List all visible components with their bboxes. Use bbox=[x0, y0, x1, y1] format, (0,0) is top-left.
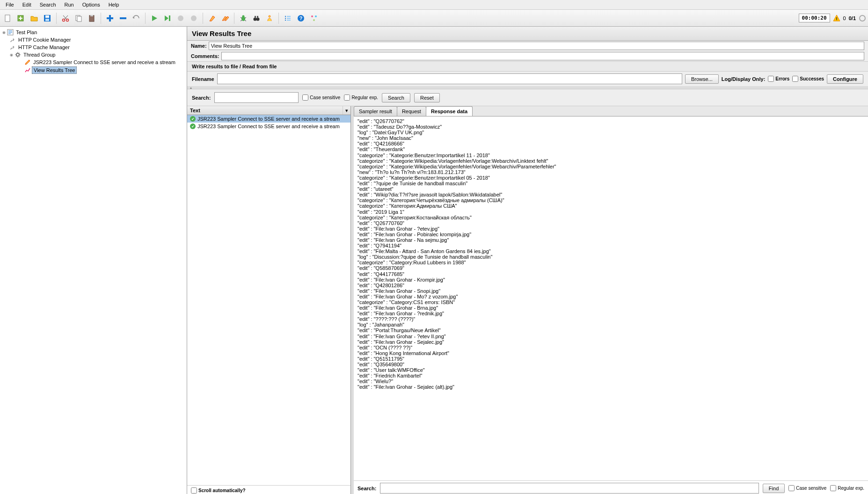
menu-search[interactable]: Search bbox=[36, 1, 60, 8]
case-sensitive-checkbox[interactable]: Case sensitive bbox=[302, 94, 340, 101]
function-icon[interactable] bbox=[263, 12, 276, 24]
reset-button[interactable]: Reset bbox=[414, 93, 440, 102]
tree-item[interactable]: JSR223 Sampler Connect to SSE server and… bbox=[32, 59, 177, 65]
response-body[interactable]: "edit" : "Q26770762""edit" : "Tadeusz Do… bbox=[354, 116, 868, 480]
section-title: Write results to file / Read from file bbox=[187, 61, 868, 72]
svg-point-33 bbox=[315, 15, 317, 17]
svg-rect-21 bbox=[255, 16, 256, 18]
svg-point-32 bbox=[311, 15, 313, 17]
response-line: "categorize" : "Kategorie:Wikipedia:Vorl… bbox=[357, 164, 864, 169]
response-line: "edit" : "utareet" bbox=[357, 186, 864, 192]
scroll-auto-checkbox[interactable]: Scroll automatically? bbox=[191, 487, 347, 494]
response-line: "edit" : "File:Ivan Grohar - Snopi.jpg" bbox=[357, 288, 864, 294]
copy-icon[interactable] bbox=[73, 12, 85, 24]
svg-point-5 bbox=[63, 19, 65, 21]
gear-icon bbox=[15, 51, 21, 58]
response-line: "new" : "John MacIsaac" bbox=[357, 135, 864, 141]
results-list-panel: Text ▾ ✔ JSR223 Sampler Connect to SSE s… bbox=[187, 106, 351, 494]
search-input[interactable] bbox=[214, 92, 299, 103]
clear-icon[interactable] bbox=[206, 12, 218, 24]
response-line: "new" : "Th?o lu?n Th?nh vi?n:183.81.212… bbox=[357, 169, 864, 175]
successes-checkbox[interactable]: Successes bbox=[792, 76, 824, 82]
tree-item[interactable]: HTTP Cache Manager bbox=[17, 44, 71, 51]
toggle-icon[interactable]: ◉ bbox=[2, 30, 6, 35]
new-icon[interactable] bbox=[2, 12, 14, 24]
result-item[interactable]: ✔ JSR223 Sampler Connect to SSE server a… bbox=[187, 115, 350, 123]
tab-request[interactable]: Request bbox=[397, 106, 426, 116]
response-line: "edit" : "Portal:Thurgau/Neue Artikel" bbox=[357, 327, 864, 333]
tree-root[interactable]: Test Plan bbox=[15, 29, 38, 36]
tree-item-selected[interactable]: View Results Tree bbox=[32, 66, 77, 74]
help-icon[interactable]: ? bbox=[295, 12, 307, 24]
svg-rect-12 bbox=[107, 17, 113, 19]
response-line: "log" : "Jahanpanah" bbox=[357, 322, 864, 327]
response-line: "edit" : "Tadeusz Do??ga-Mostowicz" bbox=[357, 124, 864, 130]
binoculars-icon[interactable] bbox=[250, 12, 263, 24]
browse-button[interactable]: Browse... bbox=[685, 74, 719, 84]
templates-icon[interactable] bbox=[15, 12, 27, 24]
menu-file[interactable]: File bbox=[2, 1, 18, 8]
stop-icon[interactable] bbox=[175, 12, 187, 24]
menu-run[interactable]: Run bbox=[61, 1, 78, 8]
response-line: "edit" : "Q44177685" bbox=[357, 271, 864, 277]
collapse-icon[interactable] bbox=[117, 12, 129, 24]
tree-item[interactable]: HTTP Cookie Manager bbox=[17, 36, 72, 43]
results-header[interactable]: Text bbox=[187, 106, 343, 115]
name-input[interactable] bbox=[209, 42, 864, 50]
tree-item[interactable]: Thread Group bbox=[22, 51, 57, 58]
bug-icon[interactable] bbox=[237, 12, 249, 24]
warning-icon[interactable]: ! bbox=[833, 15, 840, 22]
results-list[interactable]: ✔ JSR223 Sampler Connect to SSE server a… bbox=[187, 115, 350, 485]
svg-point-18 bbox=[242, 15, 245, 17]
toggle-icon[interactable] bbox=[130, 12, 142, 24]
tab-sampler-result[interactable]: Sampler result bbox=[354, 106, 397, 116]
shutdown-icon[interactable] bbox=[188, 12, 200, 24]
menu-edit[interactable]: Edit bbox=[19, 1, 35, 8]
svg-rect-0 bbox=[5, 15, 10, 22]
save-icon[interactable] bbox=[41, 12, 53, 24]
response-line: "edit" : "File:Ivan Grohar - Krompir.jpg… bbox=[357, 277, 864, 283]
svg-rect-3 bbox=[45, 15, 49, 18]
tab-response-data[interactable]: Response data bbox=[426, 106, 473, 116]
find-button[interactable]: Find bbox=[763, 484, 785, 493]
response-line: "categorize" : "Kategorie:Benutzer:Impor… bbox=[357, 175, 864, 181]
response-line: "edit" : "Theuerdank" bbox=[357, 146, 864, 152]
regex-checkbox[interactable]: Regular exp. bbox=[344, 94, 378, 101]
bottom-case-checkbox[interactable]: Case sensitive bbox=[788, 485, 826, 491]
list-icon[interactable] bbox=[282, 12, 294, 24]
svg-point-36 bbox=[860, 15, 865, 21]
response-line: "edit" : "File:Ivan Grohar - Sejalec.jpg… bbox=[357, 339, 864, 345]
menu-options[interactable]: Options bbox=[79, 1, 104, 8]
thread-count: 0/1 bbox=[849, 15, 856, 21]
response-line: "categorize" : "Категория:Четырёхзвёздны… bbox=[357, 197, 864, 203]
paste-icon[interactable] bbox=[86, 12, 98, 24]
test-plan-tree[interactable]: ◉Test Plan HTTP Cookie Manager HTTP Cach… bbox=[0, 27, 187, 494]
svg-point-23 bbox=[269, 15, 270, 17]
comments-input[interactable] bbox=[221, 52, 864, 60]
menu-help[interactable]: Help bbox=[105, 1, 123, 8]
svg-text:?: ? bbox=[299, 15, 303, 21]
errors-checkbox[interactable]: Errors bbox=[768, 76, 789, 82]
expand-icon[interactable] bbox=[104, 12, 116, 24]
comments-label: Comments: bbox=[191, 53, 219, 59]
svg-rect-13 bbox=[120, 17, 126, 19]
response-line: "categorize" : "Category:CS1 errors: ISB… bbox=[357, 299, 864, 305]
bottom-search-input[interactable] bbox=[380, 483, 759, 494]
open-icon[interactable] bbox=[28, 12, 40, 24]
configure-button[interactable]: Configure bbox=[827, 74, 863, 84]
response-line: "edit" : "Q51511795" bbox=[357, 356, 864, 362]
search-button[interactable]: Search bbox=[382, 93, 410, 102]
toggle-icon[interactable]: ◉ bbox=[9, 53, 14, 57]
bottom-regex-checkbox[interactable]: Regular exp. bbox=[830, 485, 864, 491]
clear-all-icon[interactable] bbox=[219, 12, 231, 24]
cut-icon[interactable] bbox=[59, 12, 72, 24]
logdisplay-label: Log/Display Only: bbox=[722, 76, 766, 82]
filename-input[interactable] bbox=[217, 73, 682, 84]
response-line: "categorize" : "Kategorie:Benutzer:Impor… bbox=[357, 153, 864, 158]
start-icon[interactable] bbox=[148, 12, 160, 24]
start-no-pause-icon[interactable] bbox=[161, 12, 174, 24]
tools-icon[interactable] bbox=[308, 12, 320, 24]
result-item[interactable]: ✔ JSR223 Sampler Connect to SSE server a… bbox=[187, 123, 350, 130]
dropdown-icon[interactable]: ▾ bbox=[343, 106, 350, 115]
testplan-icon bbox=[7, 29, 14, 36]
